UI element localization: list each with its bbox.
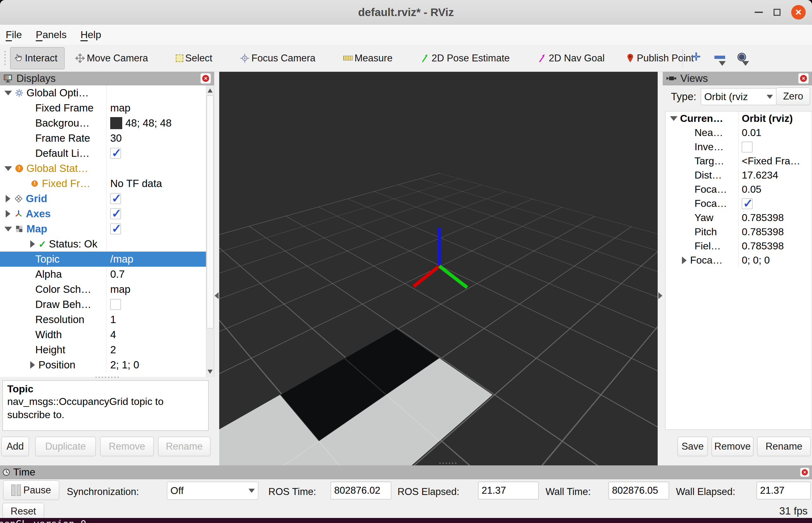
- tree-row-alpha[interactable]: Alpha 0.7: [0, 267, 206, 282]
- tool-2d-pose-estimate[interactable]: 2D Pose Estimate: [420, 53, 510, 64]
- scroll-down-icon[interactable]: [208, 369, 213, 374]
- add-tool-plus-icon[interactable]: ✛: [692, 50, 701, 63]
- minimize-icon[interactable]: [755, 12, 763, 13]
- maximize-icon[interactable]: [774, 9, 780, 16]
- time-panel-header[interactable]: Time ✕: [0, 465, 812, 479]
- tree-row-global-status[interactable]: ! Global Stat…: [0, 161, 206, 176]
- chevron-down-icon[interactable]: [4, 91, 12, 95]
- views-row-target-frame[interactable]: Targ… <Fixed Fra…: [666, 154, 812, 168]
- views-panel-header[interactable]: Views ✕: [663, 72, 812, 85]
- tree-row-draw-behind[interactable]: Draw Beh…: [0, 297, 206, 312]
- chevron-right-icon[interactable]: [682, 257, 687, 264]
- tree-row-height[interactable]: Height 2: [0, 342, 206, 357]
- tool-publish-point[interactable]: Publish Point: [625, 53, 694, 64]
- remove-tool-minus-icon[interactable]: ▬: [714, 49, 725, 61]
- remove-tool-dropdown-icon[interactable]: [719, 61, 726, 66]
- toolbar-grip[interactable]: [4, 50, 7, 67]
- row-value[interactable]: 30: [106, 131, 206, 146]
- ros-time-field[interactable]: 802876.02: [331, 482, 391, 499]
- synchronization-combo[interactable]: Off: [167, 482, 258, 500]
- row-value[interactable]: <Fixed Fra…: [738, 154, 812, 168]
- tree-row-map[interactable]: Map: [0, 221, 206, 236]
- views-remove-button[interactable]: Remove: [711, 437, 754, 456]
- menu-help[interactable]: Help: [80, 29, 101, 41]
- tree-row-fixed-frame[interactable]: Fixed Frame map: [0, 101, 206, 115]
- tree-row-width[interactable]: Width 4: [0, 327, 206, 342]
- chevron-down-icon[interactable]: [4, 166, 12, 171]
- chevron-down-icon[interactable]: [670, 116, 677, 121]
- tree-row-global-options[interactable]: Global Opti…: [0, 85, 206, 101]
- save-button[interactable]: Save: [677, 437, 708, 456]
- wall-time-field[interactable]: 802876.05: [608, 482, 669, 499]
- tree-row-fixed-frame-status[interactable]: ! Fixed Fr… No TF data: [0, 176, 206, 191]
- checkbox[interactable]: [110, 209, 121, 219]
- chevron-right-icon[interactable]: [30, 240, 35, 248]
- checkbox[interactable]: [110, 148, 121, 159]
- views-rename-button[interactable]: Rename: [757, 437, 811, 456]
- views-row-yaw[interactable]: Yaw 0.785398: [666, 211, 812, 225]
- tree-row-topic[interactable]: Topic /map: [0, 252, 206, 267]
- checkbox[interactable]: [110, 299, 121, 310]
- row-value[interactable]: map: [106, 282, 206, 297]
- tool-measure[interactable]: Measure: [343, 53, 393, 64]
- checkbox[interactable]: [742, 198, 753, 209]
- tree-row-default-light[interactable]: Default Li…: [0, 146, 206, 161]
- row-value[interactable]: 0.7: [106, 267, 206, 282]
- displays-scrollbar[interactable]: [206, 85, 214, 377]
- row-value[interactable]: 0.785398: [738, 211, 812, 225]
- collapse-right-icon[interactable]: [658, 292, 663, 299]
- views-row-invert-z[interactable]: Inve…: [666, 140, 812, 154]
- tool-properties-icon[interactable]: ◉: [737, 50, 746, 62]
- duplicate-button[interactable]: Duplicate: [35, 437, 96, 456]
- views-row-distance[interactable]: Dist… 17.6234: [666, 168, 812, 182]
- row-value[interactable]: 17.6234: [738, 168, 812, 182]
- rename-button[interactable]: Rename: [158, 437, 210, 456]
- ros-elapsed-field[interactable]: 21.37: [478, 482, 539, 499]
- menu-file[interactable]: File: [6, 29, 22, 41]
- menu-panels[interactable]: Panels: [36, 29, 67, 41]
- views-row-field-of-view[interactable]: Fiel… 0.785398: [666, 239, 812, 253]
- chevron-right-icon[interactable]: [6, 210, 11, 218]
- scrollbar-thumb[interactable]: [207, 95, 214, 328]
- checkbox[interactable]: [110, 223, 121, 234]
- views-row-focal-point[interactable]: Foca… 0; 0; 0: [666, 253, 812, 267]
- checkbox[interactable]: [110, 193, 121, 204]
- views-row-focal-shape-fixed[interactable]: Foca…: [666, 197, 812, 211]
- views-row-pitch[interactable]: Pitch 0.785398: [666, 225, 812, 239]
- row-value[interactable]: /map: [106, 252, 206, 267]
- add-button[interactable]: Add: [1, 437, 29, 456]
- splitter-left[interactable]: [214, 72, 219, 465]
- views-row-focal-shape-size[interactable]: Foca… 0.05: [666, 182, 812, 197]
- row-value[interactable]: map: [106, 101, 206, 115]
- tool-select[interactable]: Select: [176, 53, 212, 64]
- tool-properties-dropdown-icon[interactable]: [742, 61, 749, 66]
- tree-row-frame-rate[interactable]: Frame Rate 30: [0, 131, 206, 146]
- row-value[interactable]: 2; 1; 0: [106, 357, 206, 373]
- tree-row-background-color[interactable]: Backgrou… 48; 48; 48: [0, 115, 206, 131]
- remove-button[interactable]: Remove: [100, 437, 154, 456]
- titlebar[interactable]: default.rviz* - RViz ✕: [0, 0, 812, 24]
- tool-2d-nav-goal[interactable]: 2D Nav Goal: [537, 53, 604, 64]
- view-type-combo[interactable]: Orbit (rviz: [701, 88, 776, 105]
- splitter-right[interactable]: [658, 72, 663, 465]
- time-close-button[interactable]: ✕: [800, 468, 810, 477]
- row-value[interactable]: 0.785398: [738, 225, 812, 239]
- reset-button[interactable]: Reset: [2, 503, 44, 520]
- views-row-current-view[interactable]: Curren… Orbit (rviz): [666, 111, 812, 126]
- displays-close-button[interactable]: ✕: [200, 73, 211, 84]
- tree-row-grid[interactable]: Grid: [0, 191, 206, 206]
- views-close-button[interactable]: ✕: [798, 73, 809, 84]
- tree-row-map-status[interactable]: ✓ Status: Ok: [0, 236, 206, 252]
- tree-row-resolution[interactable]: Resolution 1: [0, 312, 206, 327]
- views-row-near-clip[interactable]: Nea… 0.01: [666, 126, 812, 140]
- row-value[interactable]: 0.01: [738, 126, 812, 140]
- checkbox[interactable]: [742, 142, 753, 152]
- row-value[interactable]: 0; 0; 0: [738, 253, 812, 267]
- zero-button[interactable]: Zero: [776, 88, 810, 105]
- tool-interact[interactable]: Interact: [10, 47, 65, 69]
- row-value[interactable]: 0.785398: [738, 239, 812, 253]
- scroll-up-icon[interactable]: [208, 89, 213, 93]
- tree-row-color-scheme[interactable]: Color Sch… map: [0, 282, 206, 297]
- collapse-left-icon[interactable]: [214, 292, 218, 299]
- displays-panel-header[interactable]: Displays ✕: [0, 72, 214, 85]
